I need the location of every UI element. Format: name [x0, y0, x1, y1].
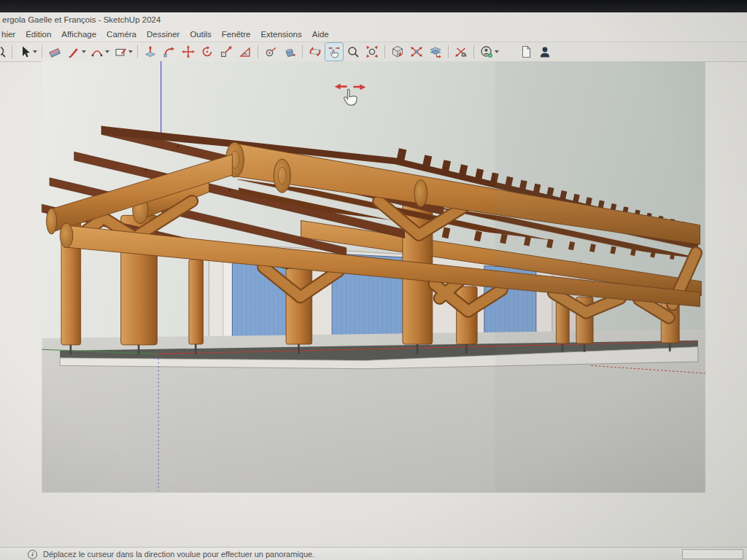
toolbar [0, 42, 747, 62]
pan-tool[interactable] [325, 42, 344, 61]
rotate-icon [200, 44, 214, 59]
arc-menu-caret[interactable] [105, 50, 109, 53]
tie-beam-end-cap [60, 223, 73, 248]
toolbar-separator [302, 45, 303, 58]
menu-edition[interactable]: Édition [20, 30, 56, 39]
modeling-viewport[interactable] [0, 61, 747, 547]
sign-in-button[interactable] [535, 42, 554, 61]
title-bar: ergola Gaelle et François - SketchUp 202… [0, 12, 747, 27]
select-menu-caret[interactable] [33, 50, 37, 53]
clipped-tool-icon[interactable] [0, 42, 9, 61]
status-bar: i Déplacez le curseur dans la direction … [0, 547, 747, 560]
account-icon [479, 44, 494, 59]
scale-icon [219, 44, 233, 59]
account-menu-caret[interactable] [495, 50, 499, 53]
menu-fenetre[interactable]: Fenêtre [217, 30, 256, 39]
arc-tool[interactable] [88, 42, 107, 61]
menu-camera[interactable]: Caméra [101, 30, 142, 39]
pencil-icon [66, 44, 81, 59]
post [286, 268, 312, 344]
status-message: Déplacez le curseur dans la direction vo… [43, 550, 314, 559]
toolbar-separator [12, 45, 12, 58]
tape-measure-tool[interactable] [261, 42, 280, 61]
pan-hand-icon [327, 44, 341, 59]
menu-aide[interactable]: Aide [307, 30, 334, 39]
document-icon [519, 44, 533, 59]
3d-warehouse-button[interactable] [388, 42, 407, 61]
account-button[interactable] [477, 42, 496, 61]
extension-warehouse-icon [454, 44, 468, 59]
dimensions-tool[interactable] [236, 42, 255, 61]
extension-warehouse-button[interactable] [452, 42, 471, 61]
menu-outils[interactable]: Outils [185, 30, 216, 39]
new-document-button[interactable] [516, 42, 535, 61]
rectangle-menu-caret[interactable] [128, 50, 133, 53]
follow-me-icon [162, 44, 177, 59]
paint-bucket-tool[interactable] [280, 42, 299, 61]
toolbar-separator [42, 45, 42, 58]
line-menu-caret[interactable] [82, 50, 86, 53]
post [189, 260, 204, 344]
scale-tool[interactable] [217, 42, 236, 61]
push-pull-icon [143, 44, 158, 59]
move-tool[interactable] [179, 42, 198, 61]
menu-bar: hier Édition Affichage Caméra Dessiner O… [0, 27, 747, 42]
menu-affichage[interactable]: Affichage [56, 30, 101, 39]
orbit-icon [308, 44, 322, 59]
share-model-icon [409, 44, 424, 59]
rotate-tool[interactable] [198, 42, 217, 61]
eraser-icon [47, 44, 62, 59]
window-title: ergola Gaelle et François - SketchUp 202… [0, 15, 160, 24]
toolbar-separator [473, 45, 474, 58]
arc-icon [90, 44, 104, 59]
zoom-extents-tool[interactable] [363, 42, 382, 61]
beam-end-cap-c [414, 180, 427, 207]
magnifier-icon [346, 44, 360, 59]
menu-fichier[interactable]: hier [0, 30, 20, 39]
person-icon [538, 44, 552, 59]
sketchup-window: ergola Gaelle et François - SketchUp 202… [0, 0, 747, 560]
toolbar-separator [258, 45, 258, 58]
zoom-extents-icon [365, 44, 379, 59]
rectangle-tool[interactable] [111, 42, 130, 61]
screen-shading [495, 61, 705, 492]
share-component-button[interactable] [426, 42, 445, 61]
monitor-bezel [0, 0, 747, 12]
info-icon[interactable]: i [28, 550, 37, 559]
menu-extensions[interactable]: Extensions [255, 30, 306, 39]
dimensions-icon [238, 44, 252, 59]
push-pull-tool[interactable] [141, 42, 160, 61]
select-arrow-icon [18, 44, 32, 59]
share-model-button[interactable] [407, 42, 426, 61]
menu-dessiner[interactable]: Dessiner [142, 30, 185, 39]
beam-end-cap-b [274, 159, 290, 192]
tape-measure-icon [263, 44, 278, 59]
zoom-tool[interactable] [344, 42, 363, 61]
measurements-input[interactable] [682, 549, 743, 559]
orbit-tool[interactable] [306, 42, 325, 61]
edge-log-end-cap [47, 209, 57, 235]
rectangle-icon [113, 44, 128, 59]
follow-me-tool[interactable] [160, 42, 179, 61]
line-tool[interactable] [64, 42, 83, 61]
toolbar-separator [137, 45, 138, 58]
scene-svg [0, 61, 747, 547]
toolbar-separator [384, 45, 385, 58]
layers-icon [428, 44, 443, 59]
warehouse-box-icon [390, 44, 405, 59]
move-icon [181, 44, 196, 59]
toolbar-separator [448, 45, 449, 58]
select-tool[interactable] [15, 42, 34, 61]
eraser-tool[interactable] [45, 42, 64, 61]
paint-bucket-icon [282, 44, 297, 59]
